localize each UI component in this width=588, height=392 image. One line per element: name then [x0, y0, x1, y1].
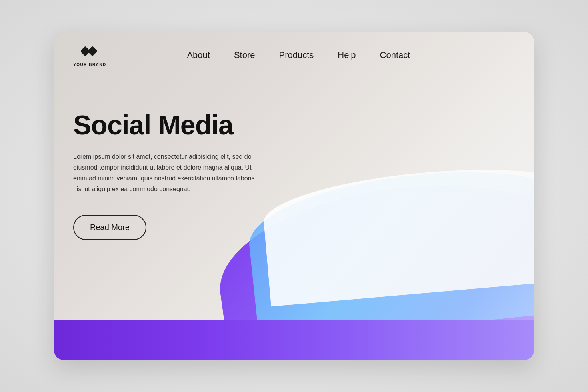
svg-rect-1 — [88, 46, 98, 56]
nav-links: About Store Products Help Contact — [187, 50, 434, 60]
nav-contact[interactable]: Contact — [380, 50, 410, 60]
read-more-button[interactable]: Read More — [73, 215, 146, 240]
hero-card: YOUR BRAND About Store Products Help Con… — [54, 32, 534, 360]
nav-about[interactable]: About — [187, 50, 210, 60]
hero-title: Social Media — [73, 110, 283, 140]
brand-logo-icon — [81, 43, 98, 61]
hero-content: Social Media Lorem ipsum dolor sit amet,… — [54, 78, 302, 240]
nav-products[interactable]: Products — [279, 50, 314, 60]
nav-store[interactable]: Store — [234, 50, 255, 60]
nav-help[interactable]: Help — [338, 50, 356, 60]
logo-area: YOUR BRAND — [73, 43, 106, 67]
footer-bar — [54, 320, 534, 360]
page-container: YOUR BRAND About Store Products Help Con… — [54, 32, 534, 360]
brand-name: YOUR BRAND — [73, 62, 106, 67]
hero-description: Lorem ipsum dolor sit amet, consectetur … — [73, 151, 265, 195]
navbar: YOUR BRAND About Store Products Help Con… — [54, 32, 534, 78]
